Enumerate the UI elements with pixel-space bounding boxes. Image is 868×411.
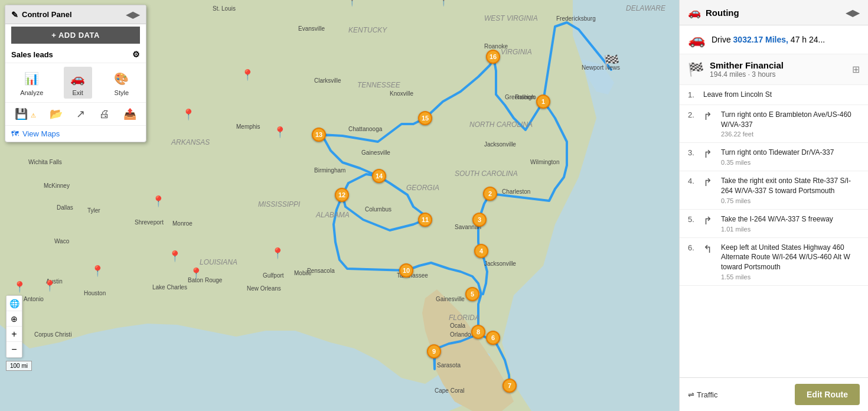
route-marker-14[interactable]: 14	[372, 169, 386, 183]
route-marker-10[interactable]: 10	[399, 263, 413, 278]
svg-text:Charleston: Charleston	[502, 188, 530, 195]
svg-text:Ocala: Ocala	[450, 322, 466, 329]
control-panel-title: Control Panel	[22, 10, 72, 19]
direction-item-3: 3. ↱ Turn right onto Tidewater Dr/VA-337…	[680, 143, 868, 171]
svg-text:Tyler: Tyler	[87, 207, 100, 214]
route-marker-12[interactable]: 12	[335, 188, 349, 202]
dir-text-1: Leave from Lincoln St	[703, 90, 860, 100]
route-marker-7[interactable]: 7	[502, 379, 517, 393]
svg-text:KENTUCKY: KENTUCKY	[348, 26, 387, 34]
analyze-label: Analyze	[20, 89, 43, 96]
dir-content-6: Keep left at United States Highway 460 A…	[721, 243, 860, 280]
traffic-label: Traffic	[697, 390, 717, 399]
save-button[interactable]: 💾 ⚠	[11, 106, 40, 122]
dir-dist-4: 0.75 miles	[721, 197, 860, 204]
add-data-button[interactable]: + ADD DATA	[11, 27, 140, 44]
map-container: St. Louis KENTUCKY WEST VIRGINIA DELAWAR…	[0, 0, 679, 411]
red-pin: 📍	[437, 0, 450, 7]
svg-text:Fredericksburg: Fredericksburg	[556, 15, 596, 22]
share-button[interactable]: ↗	[73, 106, 89, 122]
drive-label: Drive	[712, 35, 733, 44]
print-button[interactable]: 🖨	[96, 106, 113, 122]
routing-header: 🚗 Routing ◀▶	[680, 0, 868, 25]
svg-text:GEORGIA: GEORGIA	[406, 184, 439, 192]
zoom-out-button[interactable]: −	[6, 342, 22, 357]
svg-text:Lake Charles: Lake Charles	[152, 284, 187, 291]
view-maps-section[interactable]: 🗺 View Maps	[5, 126, 146, 142]
traffic-button[interactable]: ⇌ Traffic	[688, 390, 717, 399]
svg-text:Memphis: Memphis	[236, 123, 260, 130]
drive-hours: 47 h 24...	[791, 35, 825, 44]
control-panel-header: ✎ Control Panel ◀▶	[5, 5, 146, 24]
route-marker-4[interactable]: 4	[474, 244, 488, 258]
route-marker-1[interactable]: 1	[536, 94, 550, 109]
exit-icon: 🚗	[68, 69, 87, 88]
svg-text:Gainesville: Gainesville	[436, 296, 465, 302]
route-marker-11[interactable]: 11	[418, 213, 432, 227]
route-marker-2[interactable]: 2	[483, 187, 497, 201]
settings-icon[interactable]: ⚙	[132, 50, 140, 59]
directions-list[interactable]: 1. Leave from Lincoln St 2. ↱ Turn right…	[680, 85, 868, 377]
dir-text-5: Take the I-264 W/VA-337 S freeway	[721, 214, 860, 224]
panel-actions: 💾 ⚠ 📂 ↗ 🖨 📤	[5, 103, 146, 126]
destination-header: 🏁 Smither Financial 194.4 miles · 3 hour…	[680, 54, 868, 85]
analyze-tool-button[interactable]: 📊 Analyze	[15, 67, 48, 99]
scale-label: 100 mi	[10, 363, 28, 369]
car-header-icon: 🚗	[688, 6, 701, 19]
svg-text:ALABAMA: ALABAMA	[315, 211, 350, 219]
routing-footer: ⇌ Traffic Edit Route	[680, 377, 868, 411]
route-marker-5[interactable]: 5	[465, 287, 479, 301]
svg-text:WEST VIRGINIA: WEST VIRGINIA	[484, 14, 538, 22]
svg-text:Dallas: Dallas	[57, 204, 73, 211]
dir-num-4: 4.	[688, 177, 697, 185]
route-marker-15[interactable]: 15	[418, 111, 432, 125]
destination-info: Smither Financial 194.4 miles · 3 hours	[710, 60, 846, 79]
style-icon: 🎨	[112, 69, 131, 88]
svg-text:Cape Coral: Cape Coral	[435, 387, 465, 394]
svg-text:Sarasota: Sarasota	[437, 362, 461, 368]
style-tool-button[interactable]: 🎨 Style	[107, 67, 136, 99]
route-marker-16[interactable]: 16	[486, 50, 500, 64]
routing-expand-button[interactable]: ◀▶	[846, 7, 860, 18]
traffic-icon: ⇌	[688, 390, 694, 399]
dir-text-6: Keep left at United States Highway 460 A…	[721, 243, 860, 272]
svg-text:Roanoke: Roanoke	[484, 43, 508, 50]
dir-text-2: Turn right onto E Brambleton Ave/US-460 …	[721, 110, 860, 130]
flag-icon: 🏁	[688, 62, 704, 77]
svg-text:Gulfport: Gulfport	[263, 272, 284, 279]
svg-text:TENNESSEE: TENNESSEE	[357, 81, 401, 89]
dir-arrow-6: ↰	[703, 243, 715, 256]
route-marker-3[interactable]: 3	[472, 213, 487, 227]
red-pin: 📍	[190, 267, 203, 280]
edit-route-button[interactable]: Edit Route	[795, 384, 860, 405]
control-panel: ✎ Control Panel ◀▶ + ADD DATA Sales lead…	[5, 5, 146, 142]
route-marker-9[interactable]: 9	[427, 344, 441, 358]
svg-text:Chattanooga: Chattanooga	[348, 126, 383, 132]
dir-dist-3: 0.35 miles	[721, 159, 860, 166]
export-button[interactable]: 📤	[120, 106, 140, 122]
exit-tool-button[interactable]: 🚗 Exit	[64, 67, 92, 99]
svg-text:Waco: Waco	[54, 238, 70, 244]
dir-arrow-5: ↱	[703, 214, 715, 227]
dir-text-4: Take the right exit onto State Rte-337 S…	[721, 176, 860, 196]
save-icon: 💾	[15, 108, 28, 120]
dir-content-3: Turn right onto Tidewater Dr/VA-337 0.35…	[721, 148, 860, 166]
red-pin: 📍	[13, 280, 26, 293]
route-marker-8[interactable]: 8	[471, 325, 485, 339]
route-marker-6[interactable]: 6	[486, 331, 500, 345]
zoom-in-button[interactable]: +	[6, 327, 22, 342]
zoom-globe-button[interactable]: 🌐	[6, 296, 22, 311]
routing-header-icons: ◀▶	[846, 7, 860, 18]
dir-num-6: 6.	[688, 243, 697, 252]
dir-text-3: Turn right onto Tidewater Dr/VA-337	[721, 148, 860, 158]
route-marker-13[interactable]: 13	[312, 128, 326, 142]
red-pin: 📍	[43, 279, 56, 292]
folder-button[interactable]: 📂	[46, 106, 66, 122]
destination-expand-button[interactable]: ⊞	[852, 64, 860, 75]
zoom-location-button[interactable]: ⊕	[6, 311, 22, 327]
exit-label: Exit	[72, 89, 83, 96]
red-pin: 📍	[271, 247, 284, 260]
svg-text:Jacksonville: Jacksonville	[484, 260, 516, 267]
red-pin: 📍	[168, 250, 181, 263]
panel-collapse-button[interactable]: ◀▶	[126, 9, 140, 20]
